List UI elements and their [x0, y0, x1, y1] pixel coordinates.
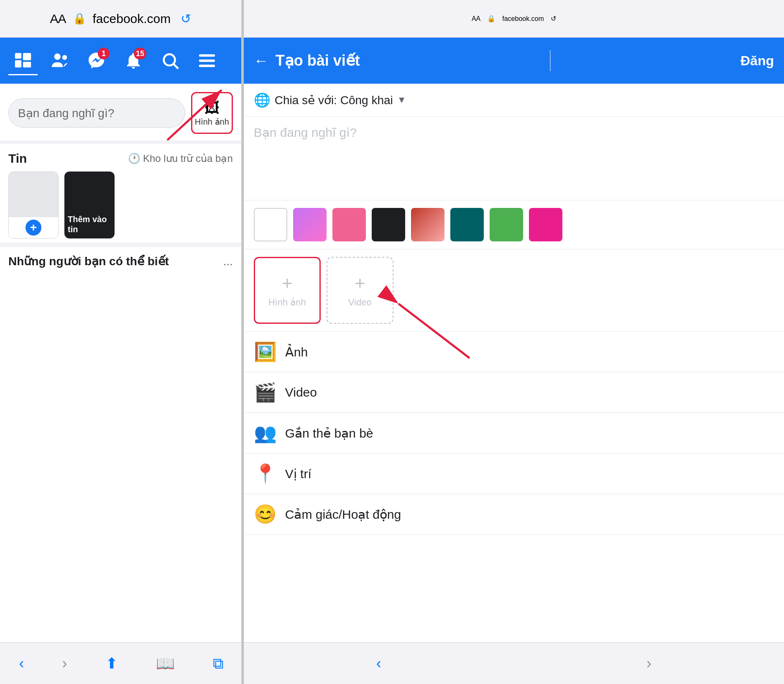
pymk-header: Những người bạn có thể biết ...	[8, 254, 233, 268]
stories-section: Tin 🕐 Kho lưu trữ của bạn + Thêm vào tin	[0, 144, 241, 243]
nav-search-button[interactable]	[156, 46, 185, 75]
left-share-button[interactable]: ⬆	[97, 651, 126, 676]
action-feeling[interactable]: 😊 Cảm giác/Hoạt động	[244, 494, 784, 535]
action-location[interactable]: 📍 Vị trí	[244, 453, 784, 494]
svg-rect-2	[23, 53, 31, 60]
dark-story[interactable]: Thêm vào tin	[64, 172, 115, 238]
left-forward-button[interactable]: ›	[54, 651, 76, 676]
upload-area: + Hình ảnh + Video	[244, 249, 784, 332]
action-tag[interactable]: 👥 Gắn thẻ bạn bè	[244, 413, 784, 453]
left-tabs-button[interactable]: ⧉	[204, 651, 232, 676]
right-forward-button[interactable]: ›	[638, 651, 660, 676]
swatch-dark-sparkle[interactable]	[372, 208, 405, 241]
photo-icon: 🖼	[204, 99, 220, 117]
feeling-action-label: Cảm giác/Hoạt động	[285, 507, 401, 522]
right-font-size[interactable]: AA	[472, 15, 480, 23]
upload-photo-box[interactable]: + Hình ảnh	[254, 257, 321, 324]
swatch-teal-circle[interactable]	[450, 208, 484, 241]
post-text-area[interactable]: Bạn đang nghĩ gì?	[244, 117, 784, 200]
swatch-white[interactable]	[254, 208, 287, 241]
photo-action-label: Ảnh	[285, 345, 308, 359]
svg-point-6	[164, 54, 175, 66]
post-submit-button[interactable]: Đăng	[741, 53, 774, 69]
swatch-red-pattern[interactable]	[411, 208, 444, 241]
right-address-bar: AA 🔒 facebook.com ↺	[244, 0, 784, 38]
upload-video-plus-icon: +	[355, 273, 365, 294]
left-lock-icon: 🔒	[73, 12, 86, 25]
svg-rect-3	[23, 61, 31, 67]
nav-notifications-button[interactable]: 15	[119, 46, 148, 75]
swatch-green[interactable]	[490, 208, 523, 241]
svg-point-4	[54, 54, 61, 60]
left-panel: AA 🔒 facebook.com ↺ 1 15	[0, 0, 242, 684]
create-title: Tạo bài viết	[276, 52, 360, 69]
svg-rect-10	[199, 65, 215, 67]
pymk-title: Những người bạn có thể biết	[8, 254, 169, 268]
post-input-placeholder: Bạn đang nghĩ gì?	[18, 106, 114, 120]
upload-photo-label: Hình ảnh	[268, 297, 306, 308]
background-swatches	[244, 200, 784, 249]
upload-area-wrapper: + Hình ảnh + Video	[244, 249, 784, 332]
photo-button[interactable]: 🖼 Hình ảnh	[191, 92, 233, 134]
create-back-button[interactable]: ←	[254, 52, 269, 69]
add-story-button[interactable]: +	[8, 172, 59, 238]
post-text-placeholder: Bạn đang nghĩ gì?	[254, 126, 357, 139]
svg-rect-1	[15, 60, 21, 67]
pymk-more[interactable]: ...	[223, 255, 232, 268]
upload-video-label: Video	[348, 297, 372, 308]
left-font-size[interactable]: AA	[50, 12, 66, 26]
navbar-divider	[550, 50, 551, 71]
left-fb-navbar: 1 15	[0, 38, 241, 84]
nav-messenger-button[interactable]: 1	[82, 46, 111, 75]
swatch-pink-heart[interactable]	[332, 208, 366, 241]
create-content: 🌐 Chia sẻ với: Công khai ▼ Bạn đang nghĩ…	[244, 84, 784, 642]
right-lock-icon: 🔒	[487, 15, 495, 23]
dark-story-label: Thêm vào tin	[68, 214, 111, 234]
svg-rect-0	[15, 53, 21, 58]
clock-icon: 🕐	[128, 153, 140, 164]
pymk-section: Những người bạn có thể biết ...	[0, 247, 241, 276]
notifications-badge: 15	[134, 48, 146, 59]
left-reload-icon[interactable]: ↺	[181, 11, 191, 26]
right-bottom-nav: ‹ ›	[244, 642, 784, 684]
nav-friends-button[interactable]	[45, 46, 74, 75]
right-url[interactable]: facebook.com	[502, 15, 544, 23]
left-url[interactable]: facebook.com	[93, 12, 171, 26]
upload-plus-icon: +	[282, 273, 293, 294]
share-visibility-row[interactable]: 🌐 Chia sẻ với: Công khai ▼	[244, 84, 784, 117]
create-post-navbar: ← Tạo bài viết Đăng	[244, 38, 784, 84]
left-bookmarks-button[interactable]: 📖	[148, 651, 183, 676]
upload-video-box[interactable]: + Video	[327, 257, 393, 324]
action-photo[interactable]: 🖼️ Ảnh	[244, 332, 784, 372]
create-nav-left: ← Tạo bài viết	[254, 52, 360, 69]
stories-header: Tin 🕐 Kho lưu trữ của bạn	[8, 151, 233, 166]
right-back-button[interactable]: ‹	[368, 651, 390, 676]
nav-home-button[interactable]	[8, 46, 38, 75]
stories-row: + Thêm vào tin	[8, 172, 233, 238]
feeling-action-icon: 😊	[254, 503, 277, 525]
story-add-top	[9, 172, 58, 217]
left-address-bar: AA 🔒 facebook.com ↺	[0, 0, 241, 38]
left-back-button[interactable]: ‹	[11, 651, 33, 676]
right-reload-icon[interactable]: ↺	[551, 15, 556, 23]
messenger-badge: 1	[98, 48, 110, 59]
svg-point-5	[62, 55, 67, 60]
separator-1	[0, 243, 241, 247]
location-action-icon: 📍	[254, 463, 277, 484]
video-action-label: Video	[285, 385, 317, 400]
svg-rect-9	[199, 59, 215, 62]
photo-button-label: Hình ảnh	[195, 117, 229, 127]
nav-menu-button[interactable]	[192, 46, 222, 75]
post-create-bar: Bạn đang nghĩ gì? 🖼 Hình ảnh	[0, 84, 241, 144]
visibility-text: Chia sẻ với: Công khai	[275, 93, 393, 107]
tag-action-label: Gắn thẻ bạn bè	[285, 426, 373, 441]
swatch-pink2[interactable]	[529, 208, 562, 241]
right-panel: AA 🔒 facebook.com ↺ ← Tạo bài viết Đăng …	[244, 0, 784, 684]
post-input[interactable]: Bạn đang nghĩ gì?	[8, 98, 185, 128]
swatch-purple-heart[interactable]	[293, 208, 327, 241]
action-video[interactable]: 🎬 Video	[244, 372, 784, 413]
photo-action-icon: 🖼️	[254, 341, 277, 363]
location-action-label: Vị trí	[285, 466, 312, 481]
stories-archive[interactable]: 🕐 Kho lưu trữ của bạn	[128, 153, 233, 164]
svg-rect-8	[199, 54, 215, 57]
